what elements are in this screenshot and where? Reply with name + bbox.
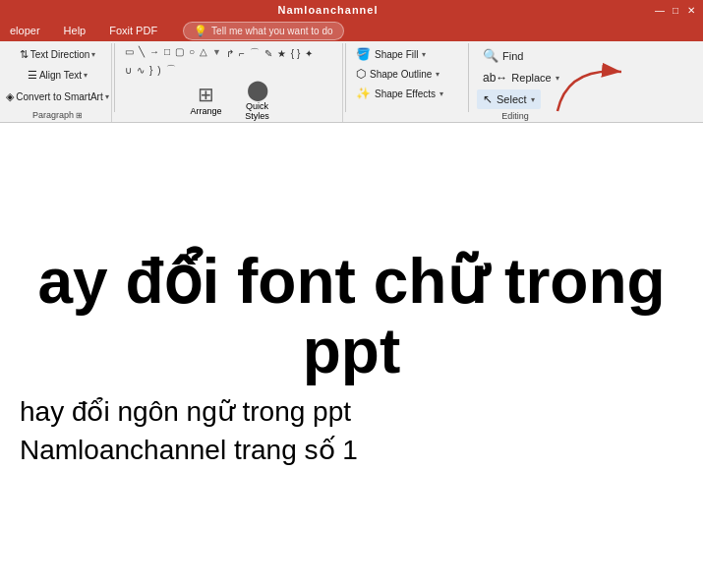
menu-developer[interactable]: eloper	[4, 23, 46, 38]
convert-smartart-label: Convert to SmartArt	[16, 91, 102, 102]
paragraph-group: ⇅ Text Direction ▾ ☰ Align Text ▾ ◈ Conv…	[4, 43, 112, 122]
shapes-row-3: ∪ ∿ } ) ⌒	[123, 62, 178, 78]
slide-title: ay đổi font chữ trong ppt	[10, 247, 693, 385]
select-button[interactable]: ↖ Select ▾	[477, 89, 541, 109]
arrange-icon: ⊞	[198, 83, 214, 106]
drawing-group: ▭ ╲ → □ ▢ ○ △ ▼ ↱ ⌐ ⌒ ✎ ★ { } ✦	[117, 43, 343, 122]
shape-outline-icon: ⬡	[356, 67, 366, 81]
window-controls[interactable]: — □ ✕	[652, 2, 699, 18]
text-direction-icon: ⇅	[20, 48, 29, 61]
divider-3	[468, 43, 469, 112]
shape-outline-label: Shape Outline	[370, 69, 432, 80]
text-direction-label: Text Direction	[30, 49, 90, 60]
replace-arrow: ▾	[556, 74, 559, 83]
menu-help[interactable]: Help	[58, 23, 92, 38]
slide-footer: Namloanchannel trang số 1	[10, 434, 693, 466]
text-direction-button[interactable]: ⇅ Text Direction ▾	[3, 45, 111, 63]
lightbulb-icon: 💡	[194, 25, 207, 37]
shapes-row-2: ↱ ⌐ ⌒ ✎ ★ { } ✦	[224, 45, 315, 61]
slide-subtitle: hay đổi ngôn ngữ trong ppt	[10, 395, 693, 428]
menu-foxit[interactable]: Foxit PDF	[103, 23, 163, 38]
tell-me-box[interactable]: 💡 Tell me what you want to do	[183, 22, 343, 40]
shape-rect[interactable]: ▭	[123, 45, 136, 58]
shape-effects-button[interactable]: ✨ Shape Effects ▾	[352, 85, 462, 102]
menu-bar: eloper Help Foxit PDF 💡 Tell me what you…	[0, 20, 703, 41]
shape-effects-arrow: ▾	[439, 89, 443, 98]
editing-group: 🔍 Find ab↔ Replace ▾ ↖ Select ▾ Editing	[471, 43, 559, 122]
shape-fill-button[interactable]: 🪣 Shape Fill ▾	[352, 45, 462, 63]
shape-rounded[interactable]: ▢	[173, 45, 186, 58]
find-button[interactable]: 🔍 Find	[477, 45, 529, 66]
shape-misc[interactable]: ⌒	[164, 62, 178, 78]
shape-fill-label: Shape Fill	[375, 49, 418, 60]
shape-curve2[interactable]: ∪	[123, 64, 134, 77]
arrange-label: Arrange	[190, 106, 221, 116]
find-label: Find	[502, 50, 523, 62]
shape-bent-arrow[interactable]: ↱	[224, 47, 236, 60]
shape-star[interactable]: ★	[275, 47, 288, 60]
replace-label: Replace	[511, 72, 551, 84]
title-bar: Namloanchannel — □ ✕	[0, 0, 703, 20]
shapes-row-1: ▭ ╲ → □ ▢ ○ △ ▼	[123, 45, 223, 58]
drawing-shapes-area: ▭ ╲ → □ ▢ ○ △ ▼ ↱ ⌐ ⌒ ✎ ★ { } ✦	[123, 45, 336, 78]
paragraph-group-content: ⇅ Text Direction ▾ ☰ Align Text ▾ ◈ Conv…	[3, 45, 111, 108]
shape-props-group: 🪣 Shape Fill ▾ ⬡ Shape Outline ▾ ✨ Shape…	[348, 43, 466, 122]
shape-brace[interactable]: }	[147, 64, 154, 77]
shape-bent2[interactable]: ⌐	[237, 47, 247, 60]
minimize-button[interactable]: —	[652, 2, 668, 18]
divider-1	[114, 43, 115, 112]
shape-brackets[interactable]: { }	[289, 47, 302, 60]
shape-props-group-label	[352, 118, 462, 120]
replace-icon: ab↔	[483, 71, 507, 85]
align-text-icon: ☰	[28, 69, 37, 82]
shape-tri[interactable]: △	[198, 45, 209, 58]
shape-expand[interactable]: ▼	[210, 46, 223, 58]
maximize-button[interactable]: □	[668, 2, 683, 18]
shape-fill-arrow: ▾	[422, 50, 426, 59]
ribbon-content: ⇅ Text Direction ▾ ☰ Align Text ▾ ◈ Conv…	[0, 41, 703, 123]
select-label: Select	[497, 93, 527, 105]
shape-rect2[interactable]: □	[162, 45, 172, 58]
quick-styles-button[interactable]: ⬤ Quick Styles	[233, 78, 282, 121]
app-title: Namloanchannel	[277, 4, 378, 16]
shape-arrow[interactable]: →	[147, 45, 161, 58]
convert-smartart-arrow: ▾	[105, 92, 109, 101]
ribbon-tools: ⇅ Text Direction ▾ ☰ Align Text ▾ ◈ Conv…	[0, 41, 703, 122]
shape-paren[interactable]: )	[155, 64, 162, 77]
editing-group-content: 🔍 Find ab↔ Replace ▾ ↖ Select ▾	[477, 45, 554, 109]
quick-styles-icon: ⬤	[247, 78, 268, 101]
convert-smartart-icon: ◈	[6, 90, 14, 103]
arrange-button[interactable]: ⊞ Arrange	[182, 78, 231, 121]
paragraph-group-label: Paragraph ⊞	[32, 108, 83, 120]
align-text-arrow: ▾	[84, 71, 88, 80]
slide-area: ay đổi font chữ trong ppt hay đổi ngôn n…	[0, 123, 703, 580]
shape-outline-button[interactable]: ⬡ Shape Outline ▾	[352, 65, 462, 83]
text-direction-arrow: ▾	[91, 50, 95, 59]
select-icon: ↖	[483, 92, 493, 106]
paragraph-group-expand[interactable]: ⊞	[76, 111, 83, 120]
shape-freeform[interactable]: ✎	[263, 47, 274, 60]
shape-effects-icon: ✨	[356, 87, 371, 100]
convert-smartart-button[interactable]: ◈ Convert to SmartArt ▾	[3, 88, 111, 105]
align-text-button[interactable]: ☰ Align Text ▾	[3, 67, 111, 85]
divider-2	[345, 43, 346, 112]
replace-button[interactable]: ab↔ Replace ▾	[477, 68, 565, 88]
find-icon: 🔍	[483, 48, 498, 63]
align-text-label: Align Text	[39, 70, 82, 81]
shape-circle[interactable]: ○	[187, 45, 197, 58]
shape-fill-icon: 🪣	[356, 47, 371, 61]
editing-group-label: Editing	[501, 109, 529, 121]
shape-line[interactable]: ╲	[137, 45, 146, 58]
shape-wave[interactable]: ∿	[135, 64, 146, 77]
shape-curved[interactable]: ⌒	[248, 45, 262, 61]
close-button[interactable]: ✕	[683, 2, 699, 18]
shape-effects-label: Shape Effects	[375, 88, 436, 99]
select-arrow: ▾	[531, 95, 535, 104]
shape-math[interactable]: ✦	[303, 47, 315, 60]
tell-me-text: Tell me what you want to do	[211, 26, 332, 36]
quick-styles-label: Quick Styles	[245, 101, 269, 121]
shape-outline-arrow: ▾	[436, 70, 439, 79]
